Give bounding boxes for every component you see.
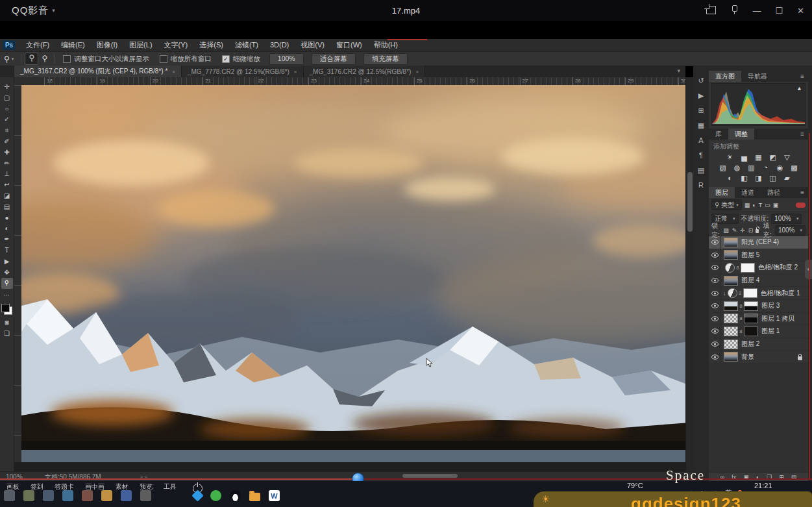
panel-menu-icon[interactable]: ≡ <box>796 71 808 82</box>
chevron-down-icon[interactable]: ▾ <box>52 7 55 14</box>
panel-tab[interactable]: 通道 <box>735 187 761 198</box>
close-tab-icon[interactable]: × <box>172 69 175 75</box>
minimize-button[interactable]: — <box>752 6 761 15</box>
layer-thumbnail[interactable] <box>724 327 738 336</box>
zoom-tool[interactable]: ⚲ <box>1 278 13 289</box>
foreground-color-swatch[interactable] <box>1 304 10 312</box>
document-tab[interactable]: _MG_3167.CR2 @ 100% (阳光 (CEP 4), RGB/8*)… <box>14 66 182 77</box>
option-checkbox[interactable]: 缩放所有窗口 <box>160 55 212 64</box>
fill-value[interactable]: 100% ▾ <box>775 225 806 236</box>
mini-mode-button[interactable] <box>706 6 716 16</box>
adjustment-icon[interactable]: ◔ <box>761 164 770 172</box>
lock-position-icon[interactable]: ✛ <box>740 227 745 234</box>
visibility-eye-icon[interactable] <box>709 262 721 274</box>
mask-link-icon[interactable]: 8 <box>738 303 744 309</box>
layer-row[interactable]: 图层 5 <box>709 249 808 262</box>
visibility-eye-icon[interactable] <box>709 351 721 363</box>
adjustment-icon[interactable]: ☀ <box>725 153 735 162</box>
menu-item[interactable]: 窗口(W) <box>330 41 368 49</box>
taskbar-app-2[interactable] <box>23 490 34 501</box>
layer-mask-thumbnail[interactable] <box>744 314 758 323</box>
move-tool[interactable]: ✛ <box>1 82 13 93</box>
edit-toolbar-icon[interactable]: ⋯ <box>4 291 10 299</box>
layer-thumbnail[interactable] <box>724 238 738 247</box>
option-checkbox[interactable]: 细微缩放 <box>222 55 260 64</box>
panel-menu-icon[interactable]: ≡ <box>796 129 808 140</box>
tab-overflow-icon[interactable]: ▾ <box>677 66 685 77</box>
horizontal-scrollbar-thumb[interactable] <box>402 474 458 478</box>
vertical-scrollbar-thumb[interactable] <box>687 172 693 232</box>
menu-item[interactable]: 文字(Y) <box>158 41 194 49</box>
layer-filter-type-select[interactable]: ⚲ 类型 ▾ <box>711 199 742 210</box>
adjustment-icon[interactable]: ◧ <box>739 174 749 182</box>
menu-item[interactable]: 图像(I) <box>91 41 123 49</box>
layer-mask-thumbnail[interactable] <box>744 301 758 311</box>
option-button[interactable]: 填充屏幕 <box>363 53 408 65</box>
menu-item[interactable]: 文件(F) <box>20 41 55 49</box>
filter-shape-layers-icon[interactable]: ▭ <box>765 202 770 208</box>
adjustment-icon[interactable]: ▽ <box>782 153 792 162</box>
filter-pixel-layers-icon[interactable]: ▦ <box>744 202 750 208</box>
adjustment-icon[interactable]: ◉ <box>775 164 785 172</box>
taskbar-app-6[interactable] <box>101 490 112 501</box>
photo-canvas[interactable] <box>21 85 685 462</box>
pen-tool[interactable]: ✒ <box>1 234 13 245</box>
taskbar-app-360[interactable] <box>191 489 203 501</box>
type-tool[interactable]: T <box>1 245 13 256</box>
adjustment-icon[interactable]: ▰ <box>782 174 792 182</box>
path-selection-tool[interactable]: ▶ <box>1 256 13 267</box>
styles-panel-icon[interactable]: ▤ <box>693 163 709 178</box>
character-panel-icon[interactable]: A <box>693 133 709 148</box>
layer-thumbnail[interactable] <box>724 301 738 311</box>
visibility-eye-icon[interactable] <box>709 338 721 351</box>
layer-row[interactable]: 8 图层 3 <box>709 300 808 313</box>
zoom-out-button[interactable]: ⚲ <box>38 53 51 64</box>
filter-type-layers-icon[interactable]: T <box>759 202 763 208</box>
menu-item[interactable]: 滤镜(T) <box>229 41 264 49</box>
layer-thumbnail[interactable] <box>724 276 738 286</box>
panel-tab[interactable]: 库 <box>709 129 728 140</box>
checkbox-icon[interactable] <box>63 55 71 63</box>
dodge-tool[interactable]: ◐ <box>1 223 13 234</box>
adjustment-icon[interactable]: ◨ <box>754 174 763 182</box>
rectangular-marquee-tool[interactable]: ▢ <box>1 93 13 104</box>
quick-mask-icon[interactable]: ◙ <box>5 319 8 326</box>
taskbar-app-5[interactable] <box>82 490 93 501</box>
opacity-value[interactable]: 100% ▾ <box>771 214 802 224</box>
gradient-tool[interactable]: ▤ <box>1 202 13 213</box>
panel-menu-icon[interactable]: ≡ <box>796 187 808 198</box>
taskbar-app-qq[interactable] <box>230 490 241 501</box>
history-brush-tool[interactable]: ↩ <box>1 180 13 191</box>
clone-source-panel-icon[interactable]: ⊞ <box>693 103 709 118</box>
adjustment-icon[interactable]: ◩ <box>768 153 778 162</box>
blur-tool[interactable]: ● <box>1 213 13 224</box>
panel-tab[interactable]: 图层 <box>709 187 735 198</box>
visibility-eye-icon[interactable] <box>709 236 721 249</box>
quick-selection-tool[interactable]: ✓ <box>1 114 13 125</box>
layer-filter-switch[interactable] <box>796 203 806 208</box>
panel-tab[interactable]: 直方图 <box>709 71 741 82</box>
layer-row[interactable]: 背景 <box>709 351 808 364</box>
menu-item[interactable]: 帮助(H) <box>368 41 404 49</box>
document-tab[interactable]: _MG_7778.CR2 @ 12.5%(RGB/8*) × <box>182 66 304 77</box>
history-panel-icon[interactable]: ↺ <box>693 73 709 88</box>
lock-image-pixels-icon[interactable]: ✎ <box>732 227 737 234</box>
taskbar-app-wechat[interactable] <box>210 490 221 501</box>
layer-mask-thumbnail[interactable] <box>741 263 755 273</box>
mask-link-icon[interactable]: 8 <box>738 315 744 321</box>
visibility-eye-icon[interactable] <box>709 249 721 262</box>
layer-thumbnail[interactable] <box>724 314 738 323</box>
menu-item[interactable]: 视图(V) <box>295 41 330 49</box>
layer-thumbnail[interactable] <box>724 352 738 362</box>
layer-row[interactable]: 8 图层 1 拷贝 <box>709 313 808 326</box>
layer-mask-thumbnail[interactable] <box>744 327 758 336</box>
eyedropper-tool[interactable]: ✐ <box>1 136 13 147</box>
close-button[interactable]: ✕ <box>797 6 804 15</box>
option-checkbox[interactable]: 调整窗口大小以满屏显示 <box>63 55 149 64</box>
filter-adjustment-layers-icon[interactable]: ◐ <box>752 202 756 208</box>
mask-link-icon[interactable]: 8 <box>735 265 741 271</box>
layer-row[interactable]: 图层 4 <box>709 275 808 288</box>
visibility-eye-icon[interactable] <box>709 287 721 299</box>
panel-tab[interactable]: 路径 <box>761 187 787 198</box>
lock-all-icon[interactable] <box>756 229 758 233</box>
